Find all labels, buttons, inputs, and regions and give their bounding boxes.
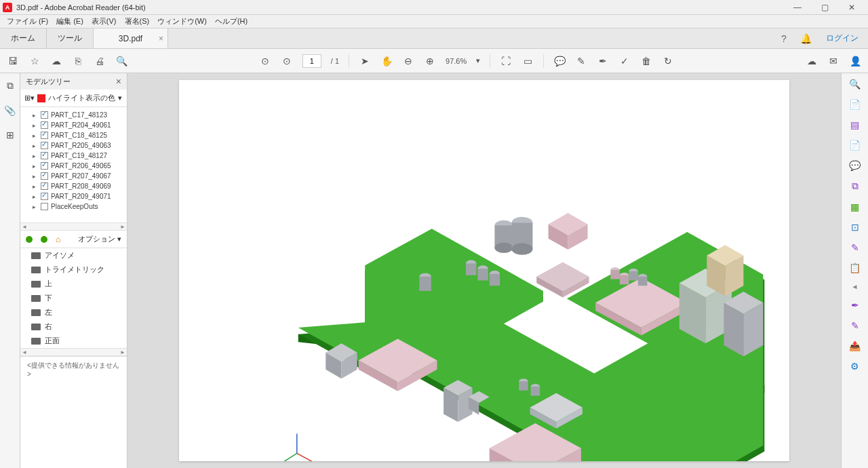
close-button[interactable]: ✕ bbox=[838, 0, 865, 15]
tree-item[interactable]: ▸PART_C17_48123 bbox=[20, 110, 127, 120]
menu-file[interactable]: ファイル (F) bbox=[4, 15, 51, 28]
highlight-row[interactable]: ⊞▾ ハイライト表示の色 ▾ bbox=[20, 90, 127, 107]
checkbox[interactable] bbox=[41, 172, 48, 180]
views-hscroll[interactable]: ◄► bbox=[20, 348, 127, 356]
checkbox[interactable] bbox=[41, 152, 48, 159]
attachments-icon[interactable]: 📎 bbox=[4, 105, 16, 116]
zoom-in-icon[interactable]: ⊕ bbox=[424, 55, 436, 67]
rail-collapse-icon[interactable]: ◄ bbox=[852, 283, 859, 290]
tree-item[interactable]: ▸PlaceKeepOuts bbox=[20, 201, 127, 212]
cloud-upload-icon[interactable]: ☁ bbox=[50, 55, 62, 67]
page-down-icon[interactable]: ⊙ bbox=[281, 55, 293, 67]
help-icon[interactable]: ? bbox=[773, 28, 795, 48]
zoom-tool-icon[interactable]: 🔍 bbox=[849, 79, 861, 90]
bell-icon[interactable]: 🔔 bbox=[795, 28, 816, 48]
protect-icon[interactable]: 📋 bbox=[849, 262, 861, 273]
combine-icon[interactable]: ⧉ bbox=[852, 180, 859, 192]
model-tree-icon[interactable]: ⊞ bbox=[6, 130, 14, 140]
checkbox[interactable] bbox=[41, 111, 48, 119]
tab-close-icon[interactable]: × bbox=[159, 34, 163, 43]
menu-help[interactable]: ヘルプ(H) bbox=[212, 15, 250, 28]
sidebar-close-icon[interactable]: × bbox=[116, 76, 121, 87]
export-pdf-icon[interactable]: 📄 bbox=[849, 99, 861, 110]
expander-icon[interactable]: ▸ bbox=[33, 193, 38, 200]
3d-model-view[interactable] bbox=[179, 80, 789, 461]
tree-item[interactable]: ▸PART_R209_49071 bbox=[20, 191, 127, 201]
rotate-icon[interactable]: ↻ bbox=[662, 55, 674, 67]
create-pdf-icon[interactable]: 📄 bbox=[849, 140, 861, 151]
expander-icon[interactable]: ▸ bbox=[33, 153, 38, 159]
print-icon[interactable]: 🖨 bbox=[94, 55, 106, 67]
delete-icon[interactable]: 🗑 bbox=[640, 55, 652, 67]
sign-icon[interactable]: ✒ bbox=[597, 55, 609, 67]
expander-icon[interactable]: ▸ bbox=[33, 112, 38, 119]
zoom-level[interactable]: 97.6% bbox=[446, 57, 467, 65]
star-icon[interactable]: ☆ bbox=[28, 55, 41, 67]
hand-icon[interactable]: ✋ bbox=[380, 55, 393, 67]
expand-all-icon[interactable] bbox=[26, 236, 33, 243]
view-item[interactable]: 上 bbox=[20, 277, 127, 291]
edit-pdf-icon[interactable]: ▤ bbox=[850, 119, 859, 130]
zoom-dropdown-icon[interactable]: ▾ bbox=[476, 56, 480, 65]
fill-sign-icon[interactable]: ✒ bbox=[851, 300, 859, 311]
page-canvas[interactable] bbox=[179, 80, 789, 461]
tree-item[interactable]: ▸PART_R208_49069 bbox=[20, 181, 127, 191]
save-icon[interactable]: 🖫 bbox=[7, 55, 19, 67]
tree-item[interactable]: ▸PART_R204_49061 bbox=[20, 120, 127, 130]
checkbox[interactable] bbox=[41, 142, 48, 149]
checkbox[interactable] bbox=[41, 193, 48, 200]
tree-item[interactable]: ▸PART_R207_49067 bbox=[20, 171, 127, 181]
organize-icon[interactable]: ▦ bbox=[850, 201, 859, 212]
model-tree[interactable]: ▸PART_C17_48123▸PART_R204_49061▸PART_C18… bbox=[20, 107, 127, 222]
menu-view[interactable]: 表示(V) bbox=[89, 15, 119, 28]
sign-tool-icon[interactable]: ✎ bbox=[851, 320, 859, 331]
redact-icon[interactable]: ✎ bbox=[851, 242, 859, 253]
thumbnails-icon[interactable]: ⧉ bbox=[7, 80, 14, 92]
tree-item[interactable]: ▸PART_R205_49063 bbox=[20, 140, 127, 151]
fit-page-icon[interactable]: ▭ bbox=[521, 55, 534, 67]
minimize-button[interactable]: — bbox=[784, 0, 811, 15]
view-item[interactable]: 右 bbox=[20, 319, 127, 334]
copy-icon[interactable]: ⎘ bbox=[72, 55, 84, 67]
expander-icon[interactable]: ▸ bbox=[33, 122, 38, 129]
menu-window[interactable]: ウィンドウ(W) bbox=[155, 15, 210, 28]
view-item[interactable]: 正面 bbox=[20, 334, 127, 348]
fit-width-icon[interactable]: ⛶ bbox=[500, 55, 512, 67]
expander-icon[interactable]: ▸ bbox=[33, 132, 38, 139]
menu-sign[interactable]: 署名(S) bbox=[122, 15, 153, 28]
expander-icon[interactable]: ▸ bbox=[33, 163, 38, 170]
checkbox[interactable] bbox=[41, 121, 48, 129]
menu-edit[interactable]: 編集 (E) bbox=[54, 15, 86, 28]
send-icon[interactable]: 📤 bbox=[849, 340, 861, 351]
collapse-all-icon[interactable] bbox=[41, 236, 47, 243]
highlight-icon[interactable]: ✎ bbox=[575, 55, 587, 67]
tab-document[interactable]: 3D.pdf × bbox=[94, 28, 168, 48]
tab-tools[interactable]: ツール bbox=[47, 28, 94, 48]
options-dropdown[interactable]: オプション ▾ bbox=[78, 234, 121, 244]
expander-icon[interactable]: ▸ bbox=[33, 183, 38, 190]
cloud-status-icon[interactable]: ☁ bbox=[806, 55, 818, 67]
expander-icon[interactable]: ▸ bbox=[33, 203, 38, 210]
tree-item[interactable]: ▸PART_R206_49065 bbox=[20, 161, 127, 171]
compress-icon[interactable]: ⊡ bbox=[851, 222, 859, 233]
tree-item[interactable]: ▸PART_C19_48127 bbox=[20, 151, 127, 161]
expander-icon[interactable]: ▸ bbox=[33, 173, 38, 180]
tree-item[interactable]: ▸PART_C18_48125 bbox=[20, 130, 127, 140]
view-item[interactable]: アイソメ bbox=[20, 248, 127, 262]
checkbox[interactable] bbox=[41, 132, 48, 139]
tree-hscroll[interactable]: ◄► bbox=[20, 222, 127, 231]
maximize-button[interactable]: ▢ bbox=[811, 0, 838, 15]
zoom-out-icon[interactable]: ⊖ bbox=[402, 55, 414, 67]
profile-icon[interactable]: 👤 bbox=[849, 55, 861, 67]
mail-icon[interactable]: ✉ bbox=[827, 55, 840, 67]
stamp-icon[interactable]: ✓ bbox=[618, 55, 631, 67]
search-icon[interactable]: 🔍 bbox=[115, 55, 127, 67]
pointer-icon[interactable]: ➤ bbox=[359, 55, 371, 67]
home-view-icon[interactable]: ⌂ bbox=[56, 235, 60, 244]
page-up-icon[interactable]: ⊙ bbox=[259, 55, 271, 67]
checkbox[interactable] bbox=[41, 203, 48, 210]
expander-icon[interactable]: ▸ bbox=[33, 142, 38, 149]
view-item[interactable]: 左 bbox=[20, 305, 127, 319]
checkbox[interactable] bbox=[41, 162, 48, 170]
view-item[interactable]: 下 bbox=[20, 291, 127, 305]
